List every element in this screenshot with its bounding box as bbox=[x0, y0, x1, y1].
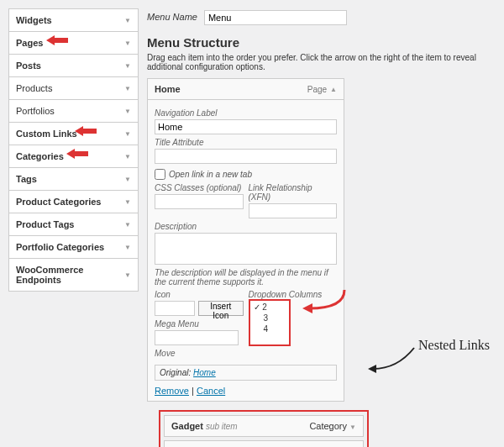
sidebar-item-tags[interactable]: Tags▼ bbox=[8, 167, 139, 190]
nested-item-builder-layouts[interactable]: Builder Layoutssub item Page ▼ bbox=[164, 440, 364, 447]
chevron-down-icon: ▼ bbox=[124, 153, 131, 160]
svg-marker-0 bbox=[46, 35, 68, 45]
title-attr-lbl: Title Attribute bbox=[155, 138, 337, 147]
chevron-down-icon: ▼ bbox=[124, 271, 131, 279]
mega-menu-select[interactable] bbox=[155, 330, 239, 345]
chevron-up-icon: ▲ bbox=[330, 86, 337, 93]
structure-hint: Drag each item into the order you prefer… bbox=[147, 53, 498, 71]
chevron-down-icon: ▼ bbox=[124, 130, 131, 138]
sidebar-item-custom-links[interactable]: Custom Links▼ bbox=[8, 122, 139, 145]
svg-marker-1 bbox=[75, 126, 97, 136]
xfn-input[interactable] bbox=[249, 203, 338, 218]
sidebar-item-pages[interactable]: Pages▼ bbox=[8, 31, 139, 54]
chevron-down-icon: ▼ bbox=[124, 221, 131, 229]
callout-arrow-icon bbox=[46, 35, 68, 45]
chevron-down-icon: ▼ bbox=[124, 244, 131, 251]
nested-links-callout-label: Nested Links bbox=[418, 338, 490, 353]
callout-arrow-icon bbox=[66, 149, 88, 159]
cancel-link[interactable]: Cancel bbox=[197, 386, 225, 396]
svg-marker-2 bbox=[66, 149, 88, 159]
description-hint: The description will be displayed in the… bbox=[155, 268, 337, 287]
css-classes-lbl: CSS Classes (optional) bbox=[155, 183, 244, 192]
svg-marker-4 bbox=[368, 365, 376, 373]
svg-marker-3 bbox=[302, 303, 312, 313]
xfn-lbl: Link Relationship (XFN) bbox=[249, 183, 338, 202]
sidebar-item-product-tags[interactable]: Product Tags▼ bbox=[8, 213, 139, 235]
structure-title: Menu Structure bbox=[147, 35, 498, 50]
dropdown-columns-select[interactable]: ✓ 2 3 4 bbox=[249, 299, 291, 346]
nested-item-gadget[interactable]: Gadgetsub item Category ▼ bbox=[164, 415, 364, 437]
callout-arrow-nested-icon bbox=[368, 348, 418, 373]
main-panel: Menu Name Menu Structure Drag each item … bbox=[147, 8, 498, 447]
chevron-down-icon: ▼ bbox=[124, 17, 131, 24]
menu-name-input[interactable] bbox=[204, 10, 347, 25]
nav-label-input[interactable] bbox=[155, 119, 337, 134]
original-link-box: Original: Home bbox=[155, 365, 337, 381]
sidebar-item-posts[interactable]: Posts▼ bbox=[8, 54, 139, 76]
menu-name-label: Menu Name bbox=[147, 12, 197, 22]
chevron-down-icon: ▼ bbox=[349, 423, 356, 431]
icon-input[interactable] bbox=[155, 301, 195, 316]
remove-link[interactable]: Remove bbox=[155, 386, 189, 396]
sidebar-item-portfolio-categories[interactable]: Portfolio Categories▼ bbox=[8, 235, 139, 258]
accordion-sidebar: Widgets▼ Pages▼ Posts▼ Products▼ Portfol… bbox=[8, 8, 139, 292]
nested-items-box: Gadgetsub item Category ▼ Builder Layout… bbox=[159, 410, 369, 447]
chevron-down-icon: ▼ bbox=[124, 108, 131, 115]
menu-item-home: Home Page▲ Navigation Label Title Attrib… bbox=[147, 78, 344, 402]
menu-item-header[interactable]: Home Page▲ bbox=[148, 79, 344, 99]
description-input[interactable] bbox=[155, 233, 337, 265]
chevron-down-icon: ▼ bbox=[124, 85, 131, 92]
mega-menu-lbl: Mega Menu bbox=[155, 319, 244, 329]
sidebar-item-portfolios[interactable]: Portfolios▼ bbox=[8, 99, 139, 122]
move-lbl: Move bbox=[155, 349, 244, 358]
sidebar-item-widgets[interactable]: Widgets▼ bbox=[8, 8, 139, 31]
sidebar-item-woocommerce-endpoints[interactable]: WooCommerce Endpoints▼ bbox=[8, 258, 139, 292]
insert-icon-button[interactable]: Insert Icon bbox=[198, 301, 244, 316]
callout-arrow-dropdown-icon bbox=[302, 290, 349, 315]
chevron-down-icon: ▼ bbox=[124, 198, 131, 206]
nav-label-lbl: Navigation Label bbox=[155, 108, 337, 118]
menu-item-type: Page bbox=[307, 85, 327, 94]
sidebar-item-categories[interactable]: Categories▼ bbox=[8, 145, 139, 167]
title-attr-input[interactable] bbox=[155, 149, 337, 164]
open-new-tab-checkbox[interactable] bbox=[155, 169, 165, 180]
open-new-tab-label: Open link in a new tab bbox=[169, 170, 252, 179]
chevron-down-icon: ▼ bbox=[124, 62, 131, 70]
css-classes-input[interactable] bbox=[155, 194, 244, 209]
menu-item-title: Home bbox=[155, 84, 181, 94]
original-link[interactable]: Home bbox=[193, 368, 216, 377]
sidebar-item-product-categories[interactable]: Product Categories▼ bbox=[8, 190, 139, 213]
description-lbl: Description bbox=[155, 222, 337, 231]
menu-name-row: Menu Name bbox=[147, 8, 498, 25]
sidebar-item-products[interactable]: Products▼ bbox=[8, 76, 139, 99]
chevron-down-icon: ▼ bbox=[124, 176, 131, 183]
callout-arrow-icon bbox=[75, 126, 97, 136]
chevron-down-icon: ▼ bbox=[124, 39, 131, 47]
menu-item-body: Navigation Label Title Attribute Open li… bbox=[148, 99, 344, 401]
icon-lbl: Icon bbox=[155, 290, 244, 299]
